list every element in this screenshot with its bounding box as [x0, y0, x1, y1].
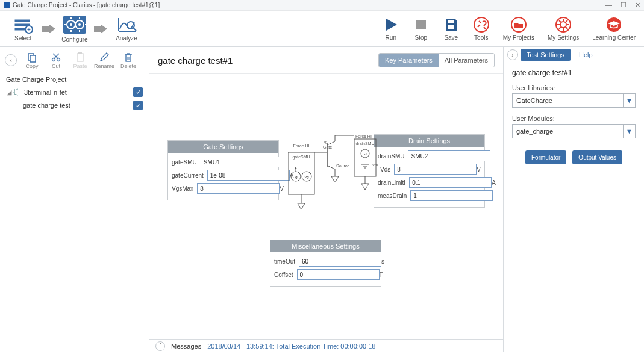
svg-marker-17	[94, 25, 107, 33]
gear-icon	[555, 16, 572, 33]
svg-rect-41	[30, 55, 36, 62]
drainlimiti-input[interactable]	[409, 177, 492, 188]
messages-bar[interactable]: ˄ Messages 2018/03/14 - 13:59:14: Total …	[149, 339, 503, 352]
gatecurrent-input[interactable]	[207, 170, 290, 181]
svg-point-29	[560, 22, 566, 28]
save-button[interactable]: Save	[443, 16, 460, 41]
timeout-input[interactable]	[299, 256, 381, 267]
transistor-icon	[12, 88, 20, 96]
measdrain-input[interactable]	[410, 190, 493, 201]
scissors-icon	[51, 52, 61, 63]
center-panel: gate charge test#1 Key Parameters All Pa…	[149, 47, 503, 352]
learning-center-button[interactable]: Learning Center	[592, 16, 636, 41]
svg-text:Force HI: Force HI	[355, 134, 372, 138]
tools-button[interactable]: Tools	[473, 16, 490, 41]
misc-settings-panel: Miscellaneous Settings timeOut s Coffset…	[270, 240, 381, 287]
output-values-button[interactable]: Output Values	[572, 150, 622, 164]
svg-text:Source: Source	[336, 164, 349, 168]
circuit-schematic: Force HI gateSMU Ig Vg Gate	[288, 134, 378, 225]
graduation-icon	[605, 16, 622, 33]
gate-setting-row: gateSMU	[172, 157, 275, 167]
my-settings-button[interactable]: My Settings	[548, 16, 579, 41]
minimize-button[interactable]: —	[605, 1, 612, 9]
messages-text: 2018/03/14 - 13:59:14: Total Execution T…	[207, 343, 375, 350]
all-parameters-tab[interactable]: All Parameters	[439, 54, 494, 67]
svg-text:Vds: Vds	[372, 163, 378, 167]
configure-step[interactable]: Configure	[60, 14, 89, 43]
misc-setting-row: timeOut s	[274, 256, 377, 267]
vds-input[interactable]	[394, 164, 477, 175]
right-panel: › Test Settings Help gate charge test#1 …	[503, 47, 644, 352]
tab-test-settings[interactable]: Test Settings	[521, 49, 571, 61]
gate-settings-panel: Gate Settings gateSMU gateCurrent A VgsM…	[167, 140, 279, 200]
gatesmu-label: gateSMU	[292, 155, 310, 160]
select-label: Select	[14, 35, 31, 42]
drainsmu-input[interactable]	[408, 150, 490, 161]
copy-icon	[27, 52, 37, 63]
svg-rect-0	[15, 20, 30, 22]
gate-settings-title: Gate Settings	[168, 141, 278, 153]
formulator-button[interactable]: Formulator	[525, 150, 566, 164]
svg-line-55	[14, 94, 18, 95]
vgsmax-input[interactable]	[197, 183, 280, 194]
svg-rect-46	[77, 54, 83, 61]
svg-line-35	[566, 27, 567, 29]
analyze-step[interactable]: Analyze	[112, 16, 141, 42]
close-button[interactable]: ✕	[635, 1, 640, 9]
tree-action-bar: ‹ Copy Cut Paste Rename Delete	[0, 47, 149, 73]
svg-text:Ig: Ig	[324, 140, 327, 144]
collapse-right-button[interactable]: ›	[507, 49, 518, 60]
messages-label: Messages	[171, 343, 201, 350]
cut-button[interactable]: Cut	[45, 52, 67, 69]
window-titlebar: Gate Charge Project - Clarius - [gate ch…	[0, 0, 644, 11]
chevron-down-icon: ▼	[623, 94, 635, 107]
svg-marker-60	[295, 167, 297, 169]
svg-line-34	[559, 20, 561, 22]
tree-device-row[interactable]: ◢ 3terminal-n-fet ✓	[6, 85, 143, 99]
user-libraries-label: User Libraries:	[512, 84, 636, 92]
copy-button[interactable]: Copy	[20, 52, 43, 69]
svg-text:Ig: Ig	[294, 175, 297, 179]
tab-help[interactable]: Help	[573, 49, 599, 61]
svg-point-42	[52, 58, 55, 61]
svg-marker-89	[361, 184, 369, 190]
arrow-icon	[94, 25, 107, 33]
stop-icon	[413, 16, 430, 33]
right-title: gate charge test#1	[512, 69, 636, 77]
delete-button[interactable]: Delete	[117, 52, 140, 69]
my-projects-button[interactable]: My Projects	[503, 16, 534, 41]
run-button[interactable]: Run	[383, 16, 399, 41]
project-root[interactable]: Gate Charge Project	[6, 73, 143, 85]
svg-rect-24	[448, 20, 454, 23]
svg-line-21	[133, 28, 136, 31]
gate-setting-row: VgsMax V	[172, 183, 275, 194]
collapse-tree-button[interactable]: ‹	[5, 54, 17, 66]
forcehi-label: Force HI	[293, 144, 310, 148]
rename-button[interactable]: Rename	[93, 52, 116, 69]
svg-marker-22	[386, 19, 397, 31]
drain-setting-row: Vds V	[378, 164, 481, 175]
gatesmu-input[interactable]	[201, 157, 283, 167]
test-checkbox[interactable]: ✓	[133, 101, 143, 110]
disclosure-triangle-icon[interactable]: ◢	[6, 88, 12, 96]
svg-marker-65	[298, 203, 305, 209]
coffset-input[interactable]	[297, 269, 380, 280]
svg-text:Vg: Vg	[304, 175, 308, 179]
expand-messages-button[interactable]: ˄	[155, 341, 165, 351]
user-modules-select[interactable]: gate_charge ▼	[512, 124, 636, 138]
maximize-button[interactable]: ☐	[621, 1, 627, 9]
device-checkbox[interactable]: ✓	[133, 87, 143, 97]
svg-rect-23	[416, 20, 426, 29]
svg-text:+: +	[27, 26, 31, 33]
parameter-toggle: Key Parameters All Parameters	[378, 53, 495, 67]
svg-line-54	[14, 89, 18, 90]
select-step[interactable]: + Select	[8, 16, 37, 42]
tree-test-row[interactable]: gate charge test ✓	[6, 99, 143, 112]
svg-rect-47	[78, 52, 82, 54]
user-libraries-select[interactable]: GateCharge ▼	[512, 93, 636, 108]
key-parameters-tab[interactable]: Key Parameters	[379, 54, 439, 67]
stop-button[interactable]: Stop	[413, 16, 430, 41]
drain-setting-row: drainLimitI A	[378, 177, 481, 188]
play-icon	[383, 16, 399, 33]
paste-button[interactable]: Paste	[69, 52, 92, 69]
